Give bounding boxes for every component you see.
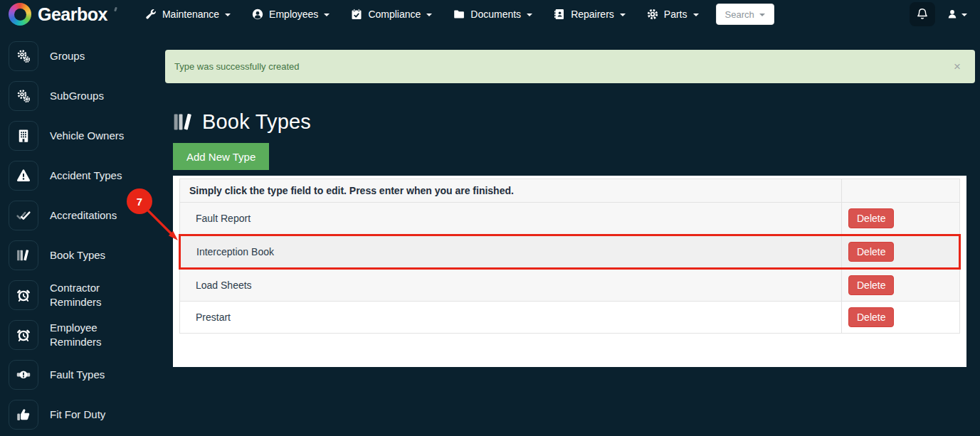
type-name-field[interactable]: Interception Book xyxy=(180,235,842,269)
table-row: Load Sheets Delete xyxy=(180,269,960,302)
sidebar-item[interactable]: Groups xyxy=(9,41,164,71)
sidebar-icon-box xyxy=(9,280,38,310)
book-types-table: Simply click the type field to edit. Pre… xyxy=(179,179,961,334)
sidebar-item[interactable]: Book Types xyxy=(9,240,164,270)
sidebar-item-label: Contractor Reminders xyxy=(50,281,134,309)
cogs-icon xyxy=(16,49,31,63)
employee-icon xyxy=(252,9,263,20)
nav-item[interactable]: Maintenance xyxy=(145,9,231,20)
gearbox-logo-icon xyxy=(9,3,31,26)
address-book-icon xyxy=(554,9,565,20)
table-instructions: Simply click the type field to edit. Pre… xyxy=(180,179,842,203)
caret-down-icon xyxy=(324,14,330,16)
caret-down-icon xyxy=(527,14,532,16)
sidebar-item-label: SubGroups xyxy=(50,89,104,103)
caret-down-icon xyxy=(961,14,967,16)
alarm-clock-icon xyxy=(16,328,31,342)
type-name-field[interactable]: Fault Report xyxy=(180,203,842,235)
sidebar-item-label: Vehicle Owners xyxy=(50,129,124,143)
navbar-actions xyxy=(910,2,971,26)
sidebar-icon-box xyxy=(9,360,38,390)
brand[interactable]: Gearbox xyxy=(9,3,117,26)
notifications-button[interactable] xyxy=(910,2,935,26)
table-row: Prestart Delete xyxy=(180,302,960,334)
book-types-card: Simply click the type field to edit. Pre… xyxy=(173,176,966,367)
nav-item[interactable]: Compliance xyxy=(351,9,432,20)
folder-icon xyxy=(453,9,465,20)
delete-button[interactable]: Delete xyxy=(848,208,894,228)
table-row: Interception Book Delete xyxy=(180,235,960,269)
nav-item[interactable]: Repairers xyxy=(554,9,626,20)
action-cell: Delete xyxy=(842,302,960,334)
sidebar-item[interactable]: Vehicle Owners xyxy=(9,121,164,151)
sidebar-icon-box xyxy=(9,161,38,191)
caret-down-icon xyxy=(620,14,626,16)
car-fault-icon xyxy=(16,368,31,382)
sidebar-item-label: Employee Reminders xyxy=(50,321,134,349)
table-row: Fault Report Delete xyxy=(180,203,960,235)
sidebar-item[interactable]: Fit For Duty xyxy=(9,400,164,430)
nav-item[interactable]: Employees xyxy=(252,9,330,20)
action-cell: Delete xyxy=(842,235,960,269)
sidebar-item-label: Book Types xyxy=(50,248,105,262)
sidebar-item-label: Accreditations xyxy=(50,208,117,223)
sidebar-icon-box xyxy=(9,400,38,430)
brand-name: Gearbox xyxy=(38,4,107,25)
sidebar-item[interactable]: Accident Types xyxy=(9,161,164,191)
search-button[interactable]: Search xyxy=(716,4,774,25)
sidebar-item[interactable]: Contractor Reminders xyxy=(9,280,164,310)
close-icon[interactable]: × xyxy=(954,60,961,73)
sidebar-item[interactable]: Employee Reminders xyxy=(9,320,164,350)
sidebar-icon-box xyxy=(9,320,38,350)
bell-icon xyxy=(916,8,929,21)
double-check-icon xyxy=(16,208,31,223)
calendar-check-icon xyxy=(351,9,362,20)
type-name-field[interactable]: Load Sheets xyxy=(180,269,842,302)
caret-down-icon xyxy=(759,14,765,16)
alarm-clock-icon xyxy=(16,288,31,302)
add-new-type-button[interactable]: Add New Type xyxy=(173,143,269,170)
delete-button[interactable]: Delete xyxy=(848,275,894,295)
type-name-field[interactable]: Prestart xyxy=(180,302,842,334)
page-title: Book Types xyxy=(173,110,966,134)
alert-message: Type was successfully created xyxy=(174,61,300,72)
caret-down-icon xyxy=(693,14,699,16)
sidebar-icon-box xyxy=(9,121,38,151)
user-icon xyxy=(947,9,958,20)
sidebar-item-label: Groups xyxy=(50,49,85,63)
page-content: Book Types Add New Type Simply click the… xyxy=(173,110,966,367)
caret-down-icon xyxy=(225,14,231,16)
sidebar-item[interactable]: SubGroups xyxy=(9,81,164,111)
gear-icon xyxy=(647,9,658,20)
page-title-text: Book Types xyxy=(202,110,311,134)
primary-nav: Maintenance Employees Compliance Documen… xyxy=(145,9,699,20)
main-content: Type was successfully created × Book Typ… xyxy=(164,28,980,436)
action-cell: Delete xyxy=(842,203,960,235)
sidebar-item-label: Accident Types xyxy=(50,169,122,183)
success-alert: Type was successfully created × xyxy=(165,50,975,83)
sidebar: Groups SubGroups Vehicle Owners Accident… xyxy=(0,28,164,436)
action-column-header xyxy=(842,179,960,203)
search-button-label: Search xyxy=(725,9,754,20)
top-navbar: Gearbox Maintenance Employees Compliance xyxy=(0,0,980,28)
nav-item[interactable]: Documents xyxy=(453,9,532,20)
cogs-icon xyxy=(16,89,31,103)
wrench-icon xyxy=(145,9,157,20)
sidebar-icon-box xyxy=(9,81,38,111)
delete-button[interactable]: Delete xyxy=(848,242,894,262)
delete-button[interactable]: Delete xyxy=(848,307,894,327)
building-icon xyxy=(16,129,31,143)
books-icon xyxy=(16,248,31,262)
sidebar-item-label: Fault Types xyxy=(50,368,105,382)
action-cell: Delete xyxy=(842,269,960,302)
nav-item[interactable]: Parts xyxy=(647,9,699,20)
sidebar-icon-box xyxy=(9,240,38,270)
sidebar-icon-box xyxy=(9,41,38,71)
account-menu-button[interactable] xyxy=(947,9,967,20)
warning-triangle-icon xyxy=(16,169,31,183)
sidebar-item[interactable]: Accreditations xyxy=(9,201,164,230)
trademark-icon xyxy=(114,7,117,12)
thumbs-up-icon xyxy=(16,408,31,422)
sidebar-item[interactable]: Fault Types xyxy=(9,360,164,390)
sidebar-item-label: Fit For Duty xyxy=(50,408,105,422)
